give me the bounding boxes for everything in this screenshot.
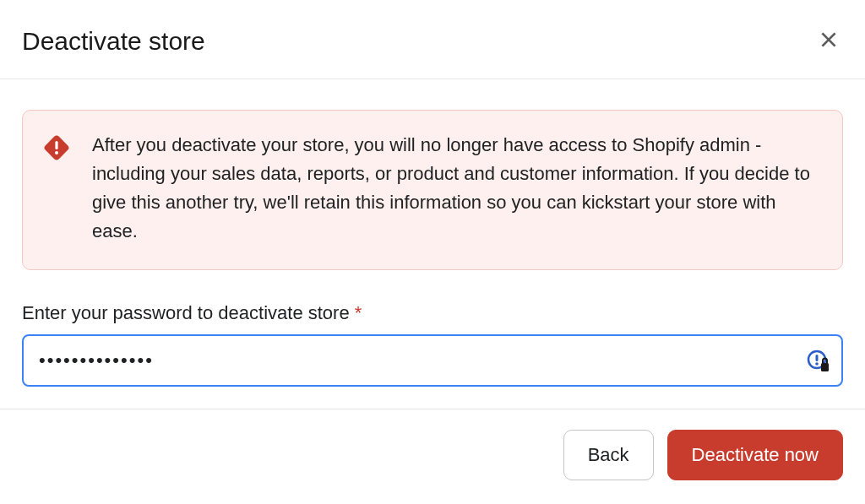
modal-title: Deactivate store (22, 27, 205, 56)
required-indicator: * (355, 302, 362, 323)
modal-header: Deactivate store (0, 0, 865, 79)
back-button[interactable]: Back (563, 430, 654, 480)
deactivate-now-button[interactable]: Deactivate now (667, 430, 843, 480)
svg-rect-6 (816, 355, 819, 361)
svg-rect-8 (821, 363, 829, 371)
password-label-text: Enter your password to deactivate store (22, 302, 350, 323)
password-label: Enter your password to deactivate store … (22, 302, 843, 324)
modal-body: After you deactivate your store, you wil… (0, 79, 865, 409)
svg-point-4 (55, 151, 58, 154)
warning-text: After you deactivate your store, you wil… (92, 131, 819, 246)
close-icon (818, 29, 840, 53)
password-input[interactable] (22, 334, 843, 387)
svg-point-7 (815, 363, 819, 366)
warning-alert: After you deactivate your store, you wil… (22, 110, 843, 270)
password-manager-icon[interactable] (806, 349, 830, 372)
modal-footer: Back Deactivate now (0, 409, 865, 501)
warning-icon (43, 134, 70, 161)
svg-rect-3 (55, 141, 57, 149)
close-button[interactable] (814, 25, 843, 57)
password-input-wrapper (22, 334, 843, 387)
